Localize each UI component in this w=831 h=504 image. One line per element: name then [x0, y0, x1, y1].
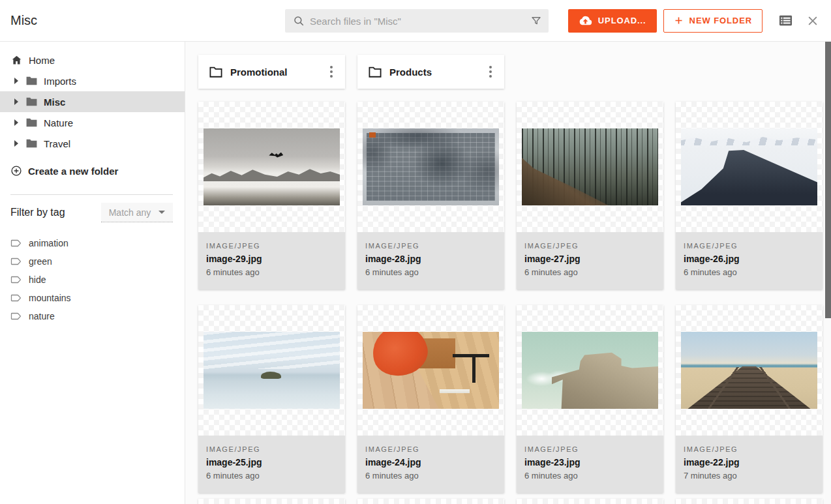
tag-icon	[10, 256, 22, 267]
kebab-dot	[489, 75, 492, 78]
tag-icon	[10, 237, 22, 249]
file-name: image-22.jpg	[684, 457, 815, 467]
top-bar: Misc UPLOAD... NEW FOLDER	[0, 0, 831, 42]
file-meta: IMAGE/JPEG image-26.jpg 6 minutes ago	[676, 232, 823, 289]
file-row-2: IMAGE/JPEG image-25.jpg 6 minutes ago IM…	[198, 305, 831, 493]
file-type: IMAGE/JPEG	[524, 445, 656, 453]
file-type: IMAGE/JPEG	[206, 445, 337, 453]
sidebar-item-home[interactable]: Home	[0, 50, 185, 70]
file-time: 6 minutes ago	[524, 471, 656, 481]
file-name: image-27.jpg	[524, 254, 656, 264]
expand-caret-icon[interactable]	[14, 78, 18, 84]
file-name: image-26.jpg	[684, 254, 815, 264]
tag-label: green	[29, 256, 52, 267]
folder-icon	[25, 76, 38, 86]
tag-item-mountains[interactable]: mountains	[0, 289, 185, 307]
file-thumbnail	[357, 305, 504, 436]
list-view-button[interactable]	[777, 12, 794, 29]
create-new-folder-link[interactable]: Create a new folder	[0, 160, 185, 181]
tag-label: nature	[29, 311, 55, 321]
file-type: IMAGE/JPEG	[524, 242, 656, 250]
folder-outline-icon	[209, 66, 223, 78]
file-card-peek[interactable]	[357, 499, 504, 504]
thumbnail-image	[363, 128, 499, 205]
search-icon	[293, 15, 305, 27]
folder-card-name: Promotional	[230, 67, 314, 78]
folder-card-promotional[interactable]: Promotional	[198, 55, 345, 89]
thumbnail-image	[681, 128, 817, 205]
folder-card-products[interactable]: Products	[357, 55, 504, 89]
upload-button-label: UPLOAD...	[598, 16, 646, 25]
tag-item-hide[interactable]: hide	[0, 271, 185, 289]
expand-caret-icon[interactable]	[14, 98, 18, 105]
file-grid-area: Promotional Products IMAGE/JPEG image-29…	[185, 42, 831, 504]
file-card-image-24[interactable]: IMAGE/JPEG image-24.jpg 6 minutes ago	[357, 305, 504, 493]
file-thumbnail	[198, 102, 345, 232]
file-name: image-23.jpg	[524, 457, 656, 467]
match-mode-select[interactable]: Match any	[101, 203, 173, 222]
file-card-peek[interactable]	[676, 499, 823, 504]
thumbnail-image	[681, 332, 817, 409]
file-card-peek[interactable]	[198, 499, 345, 504]
file-thumbnail	[517, 102, 663, 232]
scrollbar-thumb[interactable]	[825, 42, 831, 318]
file-meta: IMAGE/JPEG image-29.jpg 6 minutes ago	[198, 232, 345, 289]
filter-by-tag-title: Filter by tag	[10, 207, 65, 218]
file-card-image-27[interactable]: IMAGE/JPEG image-27.jpg 6 minutes ago	[517, 102, 663, 289]
file-name: image-24.jpg	[365, 457, 496, 467]
expand-caret-icon[interactable]	[14, 119, 18, 126]
file-type: IMAGE/JPEG	[365, 242, 496, 250]
file-card-image-22[interactable]: IMAGE/JPEG image-22.jpg 7 minutes ago	[676, 305, 823, 493]
file-card-image-29[interactable]: IMAGE/JPEG image-29.jpg 6 minutes ago	[198, 102, 345, 289]
file-name: image-25.jpg	[206, 457, 337, 467]
tag-item-animation[interactable]: animation	[0, 234, 185, 252]
sidebar-item-travel[interactable]: Travel	[0, 133, 185, 154]
close-icon	[806, 14, 819, 27]
sidebar-home-label: Home	[29, 55, 55, 66]
plus-icon	[674, 16, 684, 25]
file-meta: IMAGE/JPEG image-24.jpg 6 minutes ago	[357, 436, 504, 493]
expand-caret-icon[interactable]	[14, 140, 18, 147]
sidebar-folder-label: Imports	[44, 76, 76, 87]
file-card-image-26[interactable]: IMAGE/JPEG image-26.jpg 6 minutes ago	[676, 102, 823, 289]
file-thumbnail	[357, 102, 504, 232]
file-card-peek[interactable]	[517, 499, 663, 504]
tag-item-green[interactable]: green	[0, 252, 185, 271]
tag-label: mountains	[29, 293, 71, 303]
file-card-image-25[interactable]: IMAGE/JPEG image-25.jpg 6 minutes ago	[198, 305, 345, 493]
page-title: Misc	[10, 13, 37, 28]
thumbnail-image	[522, 332, 658, 409]
sidebar-item-nature[interactable]: Nature	[0, 112, 185, 133]
home-icon	[10, 54, 23, 66]
close-button[interactable]	[805, 13, 821, 29]
list-view-icon	[778, 14, 793, 27]
search-input[interactable]	[305, 16, 529, 27]
search-bar	[285, 9, 549, 33]
file-meta: IMAGE/JPEG image-25.jpg 6 minutes ago	[198, 436, 345, 493]
file-card-image-23[interactable]: IMAGE/JPEG image-23.jpg 6 minutes ago	[517, 305, 663, 493]
file-row-3-peek	[198, 499, 831, 504]
file-row-1: IMAGE/JPEG image-29.jpg 6 minutes ago IM…	[198, 102, 831, 289]
tag-label: animation	[29, 238, 68, 248]
scrollbar-track[interactable]	[825, 42, 831, 504]
file-name: image-28.jpg	[365, 254, 496, 264]
thumbnail-image	[204, 332, 340, 409]
file-type: IMAGE/JPEG	[684, 242, 815, 250]
new-folder-button[interactable]: NEW FOLDER	[663, 9, 763, 33]
tag-label: hide	[29, 274, 46, 285]
sidebar: Home Imports Misc Nature Travel	[0, 42, 185, 504]
folder-icon	[25, 96, 38, 107]
tag-list: animation green hide mountains nature	[0, 234, 185, 325]
file-card-image-28[interactable]: IMAGE/JPEG image-28.jpg 6 minutes ago	[357, 102, 504, 289]
kebab-dot	[330, 75, 333, 78]
filter-funnel-icon[interactable]	[529, 14, 543, 28]
folder-menu-button[interactable]	[481, 62, 500, 82]
chevron-down-icon	[159, 211, 165, 214]
tag-item-nature[interactable]: nature	[0, 307, 185, 325]
folder-menu-button[interactable]	[322, 62, 341, 82]
sidebar-item-misc[interactable]: Misc	[0, 91, 185, 112]
upload-button[interactable]: UPLOAD...	[568, 9, 657, 33]
folder-icon	[25, 117, 38, 128]
sidebar-folder-label: Nature	[44, 117, 73, 128]
sidebar-item-imports[interactable]: Imports	[0, 70, 185, 91]
